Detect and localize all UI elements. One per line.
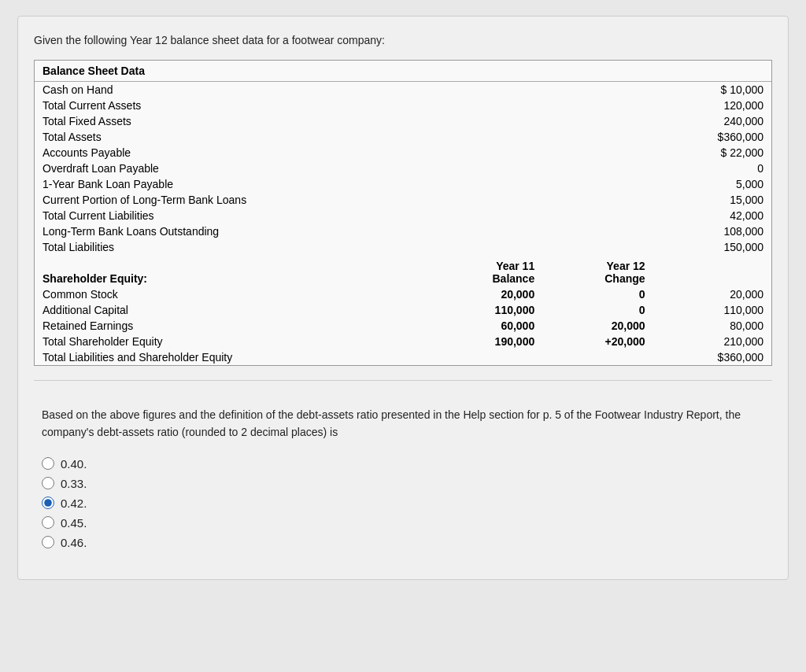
radio-option-4[interactable]	[42, 516, 54, 529]
table-row: Retained Earnings 60,000 20,000 80,000	[35, 318, 771, 334]
row-value: 210,000	[661, 334, 771, 349]
row-value: 42,000	[661, 208, 771, 223]
option-4[interactable]: 0.45.	[42, 516, 764, 530]
row-value: 5,000	[661, 176, 771, 192]
radio-option-2[interactable]	[42, 477, 54, 489]
row-label: Long-Term Bank Loans Outstanding	[35, 223, 440, 239]
table-row: Total Liabilities 150,000	[35, 239, 771, 255]
option-1[interactable]: 0.40.	[42, 457, 764, 471]
row-value: 80,000	[661, 318, 771, 334]
intro-text: Given the following Year 12 balance shee…	[34, 32, 772, 49]
table-header-row: Balance Sheet Data	[35, 61, 771, 82]
row-year12: 0	[550, 302, 660, 318]
table-row: Current Portion of Long-Term Bank Loans …	[35, 192, 771, 208]
shareholder-equity-label: Shareholder Equity:	[35, 255, 440, 286]
option-5-label[interactable]: 0.46.	[61, 536, 87, 549]
row-label: Total Assets	[35, 129, 440, 145]
table-row: Total Assets $360,000	[35, 129, 771, 145]
table-row: Total Current Liabilities 42,000	[35, 208, 771, 223]
table-row: Cash on Hand $ 10,000	[35, 82, 771, 98]
col-year11-header: Year 11 Balance	[440, 255, 550, 286]
col-year12-header: Year 12 Change	[550, 255, 660, 286]
row-label: Total Current Assets	[35, 98, 440, 113]
row-label: Total Shareholder Equity	[35, 334, 440, 349]
option-3-label[interactable]: 0.42.	[61, 497, 87, 510]
table-row: Total Current Assets 120,000	[35, 98, 771, 113]
radio-option-5[interactable]	[42, 536, 54, 548]
table-row: Long-Term Bank Loans Outstanding 108,000	[35, 223, 771, 239]
balance-sheet-table: Balance Sheet Data Cash on Hand $ 10,000…	[35, 61, 771, 365]
option-2-label[interactable]: 0.33.	[61, 477, 87, 490]
row-label: Total Fixed Assets	[35, 113, 440, 129]
row-value: $ 10,000	[661, 82, 771, 98]
table-row: Additional Capital 110,000 0 110,000	[35, 302, 771, 318]
row-value: $ 22,000	[661, 145, 771, 161]
row-value: 120,000	[661, 98, 771, 113]
row-value: $360,000	[661, 129, 771, 145]
balance-sheet-container: Balance Sheet Data Cash on Hand $ 10,000…	[34, 60, 772, 366]
row-value: 15,000	[661, 192, 771, 208]
row-label: Common Stock	[35, 286, 440, 302]
table-row: 1-Year Bank Loan Payable 5,000	[35, 176, 771, 192]
table-row: Accounts Payable $ 22,000	[35, 145, 771, 161]
table-row: Total Shareholder Equity 190,000 +20,000…	[35, 334, 771, 349]
table-row: Common Stock 20,000 0 20,000	[35, 286, 771, 302]
row-year12: 20,000	[550, 318, 660, 334]
option-3[interactable]: 0.42.	[42, 497, 764, 510]
table-row: Total Liabilities and Shareholder Equity…	[35, 349, 771, 365]
row-label: Additional Capital	[35, 302, 440, 318]
row-year11: 20,000	[440, 286, 550, 302]
shareholder-equity-header-row: Shareholder Equity: Year 11 Balance Year…	[35, 255, 771, 286]
row-label: Total Current Liabilities	[35, 208, 440, 223]
option-5[interactable]: 0.46.	[42, 536, 764, 549]
option-2[interactable]: 0.33.	[42, 477, 764, 490]
option-4-label[interactable]: 0.45.	[61, 516, 87, 530]
table-header-label: Balance Sheet Data	[35, 61, 771, 82]
row-value: 108,000	[661, 223, 771, 239]
row-year11: 110,000	[440, 302, 550, 318]
radio-option-1[interactable]	[42, 457, 54, 470]
row-value: 240,000	[661, 113, 771, 129]
row-year12: 0	[550, 286, 660, 302]
row-label: Total Liabilities and Shareholder Equity	[35, 349, 440, 365]
page-container: Given the following Year 12 balance shee…	[17, 16, 789, 580]
row-value: 150,000	[661, 239, 771, 255]
row-label: Overdraft Loan Payable	[35, 161, 440, 176]
option-1-label[interactable]: 0.40.	[61, 457, 87, 471]
question-text: Based on the above figures and the defin…	[42, 406, 764, 441]
row-value: 0	[661, 161, 771, 176]
row-label: 1-Year Bank Loan Payable	[35, 176, 440, 192]
table-row: Overdraft Loan Payable 0	[35, 161, 771, 176]
table-row: Total Fixed Assets 240,000	[35, 113, 771, 129]
row-label: Cash on Hand	[35, 82, 440, 98]
row-label: Current Portion of Long-Term Bank Loans	[35, 192, 440, 208]
row-value: 110,000	[661, 302, 771, 318]
row-year12: +20,000	[550, 334, 660, 349]
radio-option-3[interactable]	[42, 497, 54, 509]
row-year11: 190,000	[440, 334, 550, 349]
row-value: $360,000	[661, 349, 771, 365]
row-label: Accounts Payable	[35, 145, 440, 161]
separator	[34, 380, 772, 381]
answer-section: Based on the above figures and the defin…	[34, 393, 772, 563]
row-label: Total Liabilities	[35, 239, 440, 255]
row-label: Retained Earnings	[35, 318, 440, 334]
row-value: 20,000	[661, 286, 771, 302]
row-year11: 60,000	[440, 318, 550, 334]
